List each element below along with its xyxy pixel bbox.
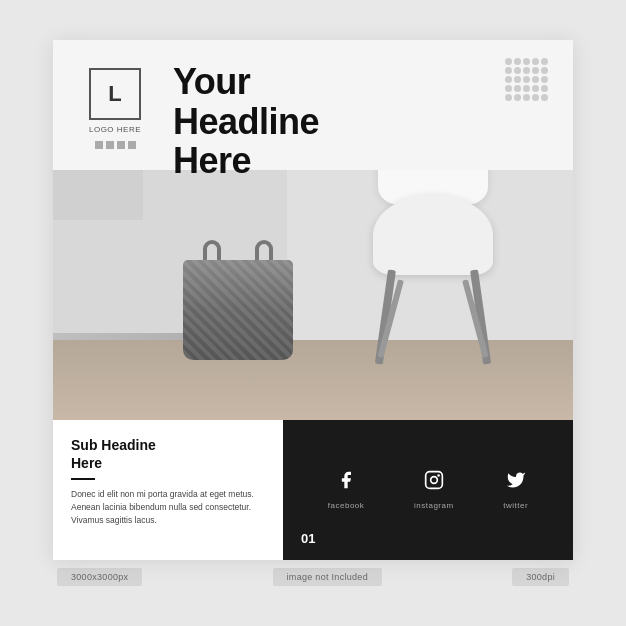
- instagram-label: instagram: [414, 501, 454, 510]
- headline-line1: Your: [173, 61, 250, 102]
- facebook-label: facebook: [328, 501, 364, 510]
- svg-point-2: [437, 474, 440, 477]
- sub-divider: [71, 478, 95, 480]
- logo-box: L: [89, 68, 141, 120]
- headline-text: Your Headline Here: [173, 62, 551, 181]
- basket: [183, 240, 293, 360]
- social-bar: 01 facebook: [283, 420, 573, 560]
- logo-dot-1: [95, 141, 103, 149]
- headline-area: Your Headline Here: [155, 62, 551, 181]
- footer-dimensions: 3000x3000px: [57, 568, 142, 586]
- sub-headline: Sub Headine Here: [71, 436, 265, 472]
- instagram-icon: [424, 470, 444, 495]
- dots-grid: [505, 58, 555, 101]
- dots-decoration: [505, 58, 555, 108]
- facebook-icon: [336, 470, 356, 495]
- social-item-instagram[interactable]: instagram: [414, 470, 454, 510]
- basket-pattern: [183, 260, 293, 360]
- logo-letter: L: [108, 81, 121, 107]
- image-section: [53, 170, 573, 420]
- page-number: 01: [301, 531, 315, 546]
- svg-rect-0: [425, 472, 442, 489]
- svg-point-1: [430, 477, 437, 484]
- gray-accent: [53, 170, 143, 220]
- logo-area: L LOGO HERE: [75, 68, 155, 149]
- logo-label: LOGO HERE: [89, 125, 141, 134]
- sub-content: Sub Headine Here Donec id elit non mi po…: [53, 420, 283, 560]
- twitter-icon: [506, 470, 526, 495]
- logo-dot-2: [106, 141, 114, 149]
- page-wrapper: L LOGO HERE Your Headline Here: [0, 0, 626, 626]
- logo-dots: [95, 141, 136, 149]
- social-item-twitter[interactable]: twitter: [503, 470, 528, 510]
- sub-body: Donec id elit non mi porta gravida at eg…: [71, 488, 265, 526]
- chair: [353, 175, 513, 365]
- twitter-label: twitter: [503, 501, 528, 510]
- chair-seat: [373, 195, 493, 275]
- bottom-section: Sub Headine Here Donec id elit non mi po…: [53, 420, 573, 560]
- logo-dot-3: [117, 141, 125, 149]
- footer-image-note: image not Included: [273, 568, 382, 586]
- social-item-facebook[interactable]: facebook: [328, 470, 364, 510]
- top-section: L LOGO HERE Your Headline Here: [53, 40, 573, 170]
- image-bg: [53, 170, 573, 420]
- headline-line3: Here: [173, 140, 251, 181]
- headline-line2: Headline: [173, 101, 319, 142]
- footer-dpi: 300dpi: [512, 568, 569, 586]
- footer-labels: 3000x3000px image not Included 300dpi: [53, 568, 573, 586]
- basket-body: [183, 260, 293, 360]
- card: L LOGO HERE Your Headline Here: [53, 40, 573, 560]
- logo-dot-4: [128, 141, 136, 149]
